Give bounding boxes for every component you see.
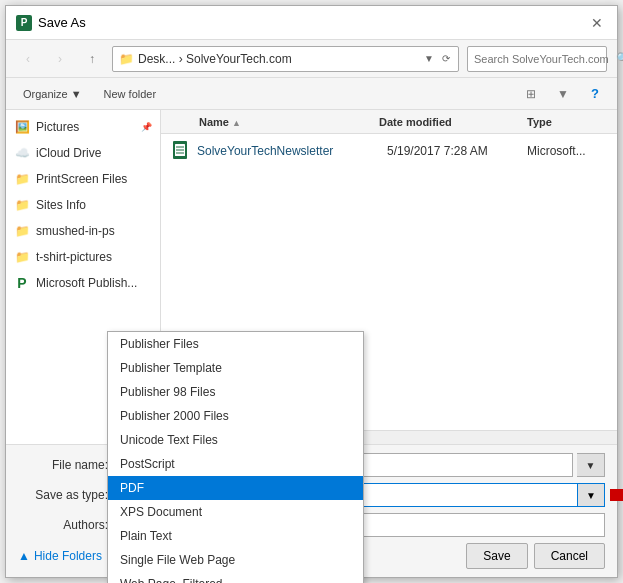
sidebar-label-sitesinfo: Sites Info: [36, 198, 86, 212]
filename-label: File name:: [18, 458, 108, 472]
sidebar-label-printscreen: PrintScreen Files: [36, 172, 127, 186]
pictures-icon: 🖼️: [14, 119, 30, 135]
filename-dropdown[interactable]: ▼: [577, 453, 605, 477]
action-buttons: Save Cancel: [466, 543, 605, 569]
view-dropdown-button[interactable]: ▼: [551, 82, 575, 106]
search-input[interactable]: [474, 53, 612, 65]
sidebar-label-mspublish: Microsoft Publish...: [36, 276, 137, 290]
dialog-title: Save As: [38, 15, 86, 30]
navigation-toolbar: ‹ › ↑ 📁 Desk... › SolveYourTech.com ▼ ⟳ …: [6, 40, 617, 78]
red-arrow-savetype: [610, 475, 623, 515]
search-icon: 🔍: [616, 52, 623, 65]
title-bar-left: P Save As: [16, 15, 86, 31]
smushed-icon: 📁: [14, 223, 30, 239]
dropdown-item-plain-text[interactable]: Plain Text: [108, 524, 363, 548]
savetype-dropdown[interactable]: ▼: [577, 483, 605, 507]
address-dropdown-arrow[interactable]: ▼: [422, 53, 436, 64]
sidebar-label-pictures: Pictures: [36, 120, 79, 134]
file-type: Microsoft...: [527, 144, 607, 158]
sidebar-item-pictures[interactable]: 🖼️ Pictures 📌: [6, 114, 160, 140]
back-button[interactable]: ‹: [16, 47, 40, 71]
dropdown-item-publisher-template[interactable]: Publisher Template: [108, 356, 363, 380]
dropdown-item-postscript[interactable]: PostScript: [108, 452, 363, 476]
sidebar-item-smushed[interactable]: 📁 smushed-in-ps: [6, 218, 160, 244]
organize-dropdown-icon: ▼: [71, 88, 82, 100]
save-button[interactable]: Save: [466, 543, 527, 569]
dialog-icon-letter: P: [21, 17, 28, 28]
close-button[interactable]: ✕: [587, 13, 607, 33]
chevron-up-icon: ▲: [18, 549, 30, 563]
hide-folders-button[interactable]: ▲ Hide Folders: [18, 549, 102, 563]
action-bar: Organize ▼ New folder ⊞ ▼ ?: [6, 78, 617, 110]
printscreen-icon: 📁: [14, 171, 30, 187]
icloud-icon: ☁️: [14, 145, 30, 161]
dropdown-item-web-filtered[interactable]: Web Page, Filtered: [108, 572, 363, 583]
sidebar-item-printscreen[interactable]: 📁 PrintScreen Files: [6, 166, 160, 192]
help-button[interactable]: ?: [583, 82, 607, 106]
sidebar-label-icloud: iCloud Drive: [36, 146, 101, 160]
folder-icon: 📁: [119, 52, 134, 66]
sidebar-item-icloud[interactable]: ☁️ iCloud Drive: [6, 140, 160, 166]
col-type-header[interactable]: Type: [527, 116, 607, 128]
sidebar-item-microsoft-publish[interactable]: P Microsoft Publish...: [6, 270, 160, 296]
forward-button[interactable]: ›: [48, 47, 72, 71]
sitesinfo-icon: 📁: [14, 197, 30, 213]
dropdown-item-single-web[interactable]: Single File Web Page: [108, 548, 363, 572]
new-folder-button[interactable]: New folder: [97, 84, 164, 104]
col-name-header[interactable]: Name ▲: [199, 116, 371, 128]
file-date: 5/19/2017 7:28 AM: [387, 144, 527, 158]
savetype-label: Save as type:: [18, 488, 108, 502]
address-path: Desk... › SolveYourTech.com: [138, 52, 418, 66]
tshirt-icon: 📁: [14, 249, 30, 265]
dropdown-item-pdf[interactable]: PDF: [108, 476, 363, 500]
title-bar: P Save As ✕: [6, 6, 617, 40]
view-options-button[interactable]: ⊞: [519, 82, 543, 106]
up-button[interactable]: ↑: [80, 47, 104, 71]
dropdown-item-publisher-2000[interactable]: Publisher 2000 Files: [108, 404, 363, 428]
sort-arrow: ▲: [232, 118, 241, 128]
dropdown-overlay: Publisher Files Publisher Template Publi…: [107, 331, 364, 583]
pin-icon: 📌: [141, 122, 152, 132]
column-headers: Name ▲ Date modified Type: [161, 110, 617, 134]
dialog-icon: P: [16, 15, 32, 31]
address-refresh[interactable]: ⟳: [440, 53, 452, 64]
sidebar-item-sites-info[interactable]: 📁 Sites Info: [6, 192, 160, 218]
sidebar-item-tshirt[interactable]: 📁 t-shirt-pictures: [6, 244, 160, 270]
authors-label: Authors:: [18, 518, 108, 532]
address-bar[interactable]: 📁 Desk... › SolveYourTech.com ▼ ⟳: [112, 46, 459, 72]
dropdown-item-publisher-98[interactable]: Publisher 98 Files: [108, 380, 363, 404]
dropdown-item-xps[interactable]: XPS Document: [108, 500, 363, 524]
cancel-button[interactable]: Cancel: [534, 543, 605, 569]
file-row[interactable]: SolveYourTechNewsletter 5/19/2017 7:28 A…: [161, 138, 617, 164]
search-bar[interactable]: 🔍: [467, 46, 607, 72]
dropdown-item-publisher-files[interactable]: Publisher Files: [108, 332, 363, 356]
dropdown-item-unicode[interactable]: Unicode Text Files: [108, 428, 363, 452]
col-date-header[interactable]: Date modified: [379, 116, 519, 128]
organize-button[interactable]: Organize ▼: [16, 84, 89, 104]
file-icon: [171, 141, 191, 161]
sidebar-label-smushed: smushed-in-ps: [36, 224, 115, 238]
svg-rect-6: [610, 489, 623, 501]
mspublish-icon: P: [14, 275, 30, 291]
sidebar-label-tshirt: t-shirt-pictures: [36, 250, 112, 264]
file-name: SolveYourTechNewsletter: [197, 144, 387, 158]
